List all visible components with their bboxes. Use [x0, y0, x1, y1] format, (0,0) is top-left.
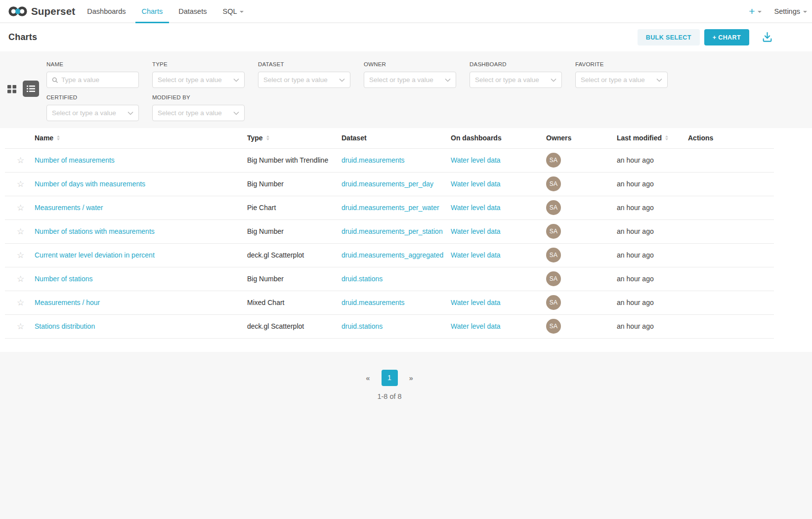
filter-label: DASHBOARD — [470, 61, 562, 67]
nav-item-label: Dashboards — [87, 7, 126, 15]
chevron-down-icon — [339, 78, 345, 82]
next-page-button[interactable]: » — [409, 374, 413, 382]
chevron-down-icon — [128, 111, 133, 115]
last-modified: an hour ago — [612, 267, 683, 291]
sort-icons[interactable] — [665, 135, 668, 140]
filter-select[interactable]: Select or type a value — [470, 72, 562, 88]
favorite-star-icon[interactable]: ☆ — [17, 227, 24, 236]
last-modified: an hour ago — [612, 196, 683, 219]
chart-name-link[interactable]: Current water level deviation in percent — [35, 251, 155, 259]
chart-name-link[interactable]: Number of stations — [35, 275, 93, 283]
column-header[interactable]: On dashboards — [446, 128, 541, 148]
pager: « 1 » — [366, 370, 413, 386]
dashboard-link[interactable]: Water level data — [451, 204, 501, 212]
owner-avatar[interactable]: SA — [546, 295, 561, 310]
owner-avatar[interactable]: SA — [546, 319, 561, 334]
owner-avatar[interactable]: SA — [546, 271, 561, 286]
last-modified: an hour ago — [612, 291, 683, 314]
filter-select[interactable]: Select or type a value — [575, 72, 668, 88]
filter-bar: NAME Type a value TYPE Select or type a … — [0, 51, 812, 128]
filter-select[interactable]: Select or type a value — [364, 72, 456, 88]
list-view-toggle[interactable] — [23, 81, 39, 97]
filter-select[interactable]: Select or type a value — [258, 72, 350, 88]
dataset-link[interactable]: druid.stations — [342, 275, 383, 283]
export-charts-button[interactable] — [761, 31, 773, 43]
column-header[interactable]: Type — [242, 128, 337, 148]
superset-logo[interactable]: Superset — [8, 0, 75, 22]
dashboard-link[interactable]: Water level data — [451, 156, 501, 164]
favorite-star-icon[interactable]: ☆ — [17, 274, 24, 284]
nav-item[interactable]: Charts — [134, 0, 171, 22]
chevron-down-icon — [803, 11, 807, 13]
column-header[interactable]: Last modified — [612, 128, 683, 148]
column-header-label: Dataset — [342, 134, 367, 142]
nav-item[interactable]: SQL — [214, 0, 252, 22]
filter-row-2: CERTIFIED Select or type a value MODIFIE… — [46, 94, 668, 121]
settings-menu-button[interactable]: Settings — [774, 7, 808, 15]
dataset-link[interactable]: druid.measurements — [342, 299, 405, 306]
card-view-toggle[interactable] — [7, 85, 16, 93]
owner-avatar[interactable]: SA — [546, 200, 561, 215]
favorite-star-icon[interactable]: ☆ — [17, 179, 24, 189]
chart-name-link[interactable]: Measurements / hour — [35, 299, 100, 306]
favorite-star-icon[interactable]: ☆ — [17, 251, 24, 260]
filter-label: FAVORITE — [575, 61, 668, 67]
favorite-star-icon[interactable]: ☆ — [17, 322, 24, 331]
favorite-star-icon[interactable]: ☆ — [17, 203, 24, 213]
column-header[interactable]: Name — [30, 128, 242, 148]
search-input[interactable] — [61, 76, 133, 84]
column-header-label: Owners — [546, 134, 571, 142]
table-row: ☆ Number of stations with measurements B… — [5, 219, 774, 243]
filter-select[interactable]: Select or type a value — [46, 105, 139, 121]
filter-control: NAME Type a value — [46, 61, 139, 88]
dataset-link[interactable]: druid.measurements_aggregated — [342, 251, 443, 259]
sort-icons[interactable] — [57, 135, 60, 140]
chart-name-link[interactable]: Number of stations with measurements — [35, 227, 155, 235]
prev-page-button[interactable]: « — [366, 374, 370, 382]
filter-control: OWNER Select or type a value — [364, 61, 456, 88]
bulk-select-button[interactable]: BULK SELECT — [638, 29, 700, 45]
sort-icons[interactable] — [266, 135, 269, 140]
dataset-link[interactable]: druid.measurements_per_station — [342, 227, 443, 235]
last-modified: an hour ago — [612, 314, 683, 338]
owner-avatar[interactable]: SA — [546, 176, 561, 191]
favorite-star-icon[interactable]: ☆ — [17, 156, 24, 165]
new-item-menu-button[interactable]: + — [743, 6, 767, 16]
nav-item[interactable]: Dashboards — [79, 0, 133, 22]
new-chart-button[interactable]: + CHART — [704, 29, 749, 45]
search-icon — [52, 77, 58, 84]
dashboard-link[interactable]: Water level data — [451, 180, 501, 188]
chart-name-link[interactable]: Number of measurements — [35, 156, 115, 164]
filter-search-box[interactable] — [46, 72, 139, 88]
page-header: Charts BULK SELECT + CHART — [0, 23, 812, 51]
chart-type: Mixed Chart — [242, 291, 337, 314]
owner-avatar[interactable]: SA — [546, 153, 561, 168]
dataset-link[interactable]: druid.measurements_per_water — [342, 204, 439, 212]
chart-name-link[interactable]: Measurements / water — [35, 204, 103, 212]
column-header[interactable]: Actions — [683, 128, 774, 148]
dataset-link[interactable]: druid.measurements_per_day — [342, 180, 433, 188]
filter-control: CERTIFIED Select or type a value — [46, 94, 139, 121]
dashboard-link[interactable]: Water level data — [451, 251, 501, 259]
column-header[interactable]: Owners — [541, 128, 612, 148]
filter-select[interactable]: Select or type a value — [152, 72, 245, 88]
list-view-icon — [26, 85, 36, 92]
owner-avatar[interactable]: SA — [546, 224, 561, 239]
select-placeholder: Select or type a value — [581, 76, 645, 84]
nav-item[interactable]: Datasets — [171, 0, 214, 22]
filter-select[interactable]: Select or type a value — [152, 105, 245, 121]
column-header[interactable]: Dataset — [337, 128, 446, 148]
owner-avatar[interactable]: SA — [546, 248, 561, 262]
last-modified: an hour ago — [612, 148, 683, 172]
page-1-button[interactable]: 1 — [382, 370, 398, 386]
dataset-link[interactable]: druid.measurements — [342, 156, 405, 164]
column-header[interactable] — [5, 128, 30, 148]
charts-table: Name Type Dataset On dashboards Owners L… — [5, 128, 774, 339]
chart-name-link[interactable]: Stations distribution — [35, 322, 95, 330]
chart-name-link[interactable]: Number of days with measurements — [35, 180, 145, 188]
favorite-star-icon[interactable]: ☆ — [17, 298, 24, 307]
dashboard-link[interactable]: Water level data — [451, 227, 501, 235]
dashboard-link[interactable]: Water level data — [451, 322, 501, 330]
dashboard-link[interactable]: Water level data — [451, 299, 501, 306]
dataset-link[interactable]: druid.stations — [342, 322, 383, 330]
